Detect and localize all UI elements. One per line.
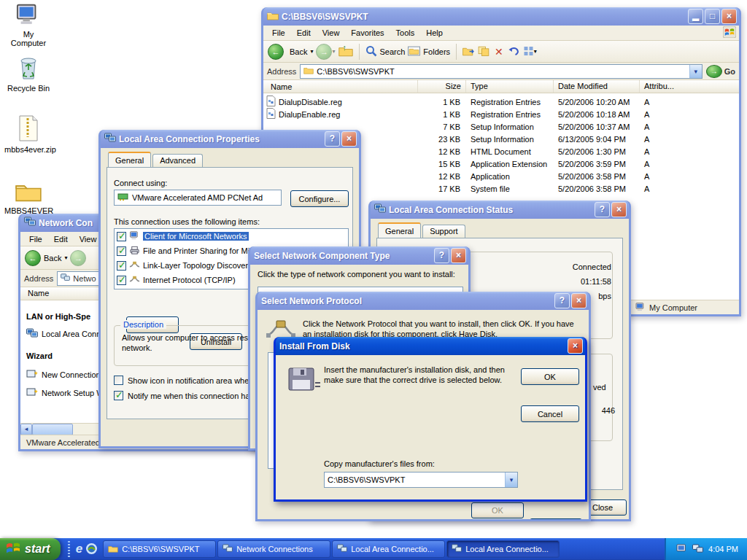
up-button[interactable]: ↑: [338, 45, 353, 58]
views-button[interactable]: ▾: [523, 46, 537, 58]
help-button[interactable]: ?: [434, 248, 449, 263]
back-button[interactable]: ←Back▾: [25, 250, 67, 266]
close-button[interactable]: ×: [571, 293, 587, 308]
quicklaunch-ie-icon[interactable]: e: [73, 542, 85, 556]
path-combobox[interactable]: C:\BBSV6\SWSVPKT ▾: [324, 472, 518, 488]
scroll-left-icon[interactable]: ◂: [20, 424, 32, 435]
checkbox-checked[interactable]: [117, 232, 126, 241]
component-type-titlebar[interactable]: Select Network Component Type ? ×: [250, 246, 468, 265]
taskbar-button-lan-status[interactable]: Local Area Connectio...: [446, 540, 560, 558]
copy-to-icon[interactable]: [478, 46, 490, 58]
lan-status-titlebar[interactable]: Local Area Connection Status ? ×: [371, 201, 629, 219]
forward-button[interactable]: →: [70, 250, 86, 266]
close-button[interactable]: ×: [568, 338, 583, 354]
file-row[interactable]: DialupDisable.reg 1 KBRegistration Entri…: [263, 96, 739, 108]
search-label: Search: [380, 47, 406, 56]
taskbar-button-lan-properties[interactable]: Local Area Connectio...: [332, 540, 445, 558]
checkbox-checked[interactable]: [117, 246, 126, 256]
close-button[interactable]: ×: [611, 202, 627, 217]
undo-icon[interactable]: [508, 46, 520, 58]
start-button[interactable]: start: [0, 538, 61, 560]
desktop-icon-my-computer[interactable]: My Computer: [4, 3, 53, 47]
menu-help[interactable]: Help: [420, 27, 449, 39]
taskbar-button-explorer[interactable]: C:\BBSV6\SWSVPKT: [103, 540, 216, 558]
desktop-icon-mbbs4ever[interactable]: MBBS4EVER: [4, 181, 53, 215]
instruction-text: Click the type of network component you …: [258, 270, 468, 279]
column-type[interactable]: Type: [466, 80, 554, 93]
maximize-button[interactable]: □: [705, 9, 720, 24]
menu-view[interactable]: View: [317, 27, 346, 39]
checkbox-unchecked[interactable]: [114, 376, 123, 385]
quicklaunch-msn-icon[interactable]: [85, 542, 98, 556]
combobox-dropdown-icon[interactable]: ▾: [505, 472, 517, 487]
menu-edit[interactable]: Edit: [48, 233, 74, 245]
window-title: Select Network Component Type: [254, 251, 390, 261]
lan-properties-titlebar[interactable]: Local Area Connection Properties ? ×: [101, 130, 359, 148]
column-name[interactable]: Name: [263, 80, 418, 93]
help-button[interactable]: ?: [554, 293, 570, 308]
back-label: Back: [290, 47, 307, 56]
tab-general[interactable]: General: [108, 152, 151, 167]
path-value: C:\BBSV6\SWSVPKT: [328, 475, 405, 484]
move-to-icon[interactable]: [462, 46, 475, 58]
column-size[interactable]: Size: [418, 80, 466, 93]
configure-button[interactable]: Configure...: [290, 190, 349, 207]
desktop-icon-label: mbbs4ever.zip: [4, 145, 53, 154]
desktop-icon-zip[interactable]: mbbs4ever.zip: [4, 115, 53, 154]
file-row[interactable]: DialupEnable.reg 1 KBRegistration Entrie…: [263, 108, 739, 120]
network-protocol-titlebar[interactable]: Select Network Protocol ? ×: [258, 292, 589, 310]
column-attributes[interactable]: Attribu...: [640, 80, 739, 93]
start-label: start: [25, 542, 50, 556]
taskbar-button-network-connections[interactable]: Network Connections: [217, 540, 330, 558]
topology-icon: [129, 261, 140, 270]
window-title: Local Area Connection Properties: [119, 134, 260, 144]
checkbox-checked[interactable]: [114, 391, 123, 400]
ok-button[interactable]: OK: [521, 368, 579, 385]
checkbox-checked[interactable]: [117, 261, 126, 271]
help-button[interactable]: ?: [595, 202, 610, 217]
search-button[interactable]: Search: [365, 45, 406, 58]
cancel-button[interactable]: Cancel: [530, 518, 582, 519]
menu-edit[interactable]: Edit: [291, 27, 317, 39]
my-computer-icon: [16, 19, 41, 28]
tray-network-icon[interactable]: [692, 544, 703, 555]
clock[interactable]: 4:04 PM: [708, 545, 738, 553]
minimize-button[interactable]: ▂: [688, 9, 703, 24]
menu-file[interactable]: File: [266, 27, 291, 39]
close-button[interactable]: ×: [721, 9, 737, 24]
explorer-titlebar[interactable]: C:\BBSV6\SWSVPKT ▂ □ ×: [263, 7, 739, 26]
quick-launch-grip[interactable]: [68, 541, 70, 557]
checkbox-checked[interactable]: [117, 276, 126, 285]
menu-file[interactable]: File: [23, 233, 48, 245]
list-item-client[interactable]: Client for Microsoft Networks: [115, 229, 348, 244]
folders-button[interactable]: Folders: [408, 46, 450, 58]
nic-icon: [117, 192, 129, 203]
tab-strip: General Advanced: [108, 154, 204, 167]
cancel-button[interactable]: Cancel: [521, 405, 579, 422]
desktop-icon-recycle-bin[interactable]: Recycle Bin: [4, 55, 53, 93]
address-dropdown[interactable]: ▾: [689, 65, 702, 78]
tab-general[interactable]: General: [378, 222, 421, 238]
tray-display-icon[interactable]: [676, 544, 687, 555]
notify-checkbox-row[interactable]: Notify me when this connection has: [114, 391, 254, 400]
forward-button[interactable]: →▾: [316, 44, 335, 60]
search-icon: [365, 45, 377, 58]
close-button[interactable]: ×: [451, 248, 466, 263]
close-button[interactable]: ×: [341, 131, 357, 147]
menu-tools[interactable]: Tools: [390, 27, 421, 39]
ok-button[interactable]: OK: [471, 502, 524, 518]
help-button[interactable]: ?: [325, 131, 340, 147]
scroll-thumb[interactable]: [32, 424, 73, 435]
column-date-modified[interactable]: Date Modified: [554, 80, 640, 93]
show-icon-checkbox-row[interactable]: Show icon in notification area when: [114, 376, 253, 385]
install-from-disk-titlebar[interactable]: Install From Disk ×: [276, 337, 585, 355]
back-icon: ←: [268, 44, 284, 60]
back-button[interactable]: ←​Back▾: [268, 44, 313, 60]
tab-advanced[interactable]: Advanced: [152, 154, 203, 167]
go-button[interactable]: → Go: [706, 65, 735, 78]
address-input[interactable]: C:\BBSV6\SWSVPKT ▾: [300, 64, 702, 79]
window-title: Install From Disk: [279, 341, 350, 351]
menu-favorites[interactable]: Favorites: [345, 27, 390, 39]
delete-icon[interactable]: ✕: [493, 46, 505, 58]
tab-support[interactable]: Support: [422, 225, 465, 238]
